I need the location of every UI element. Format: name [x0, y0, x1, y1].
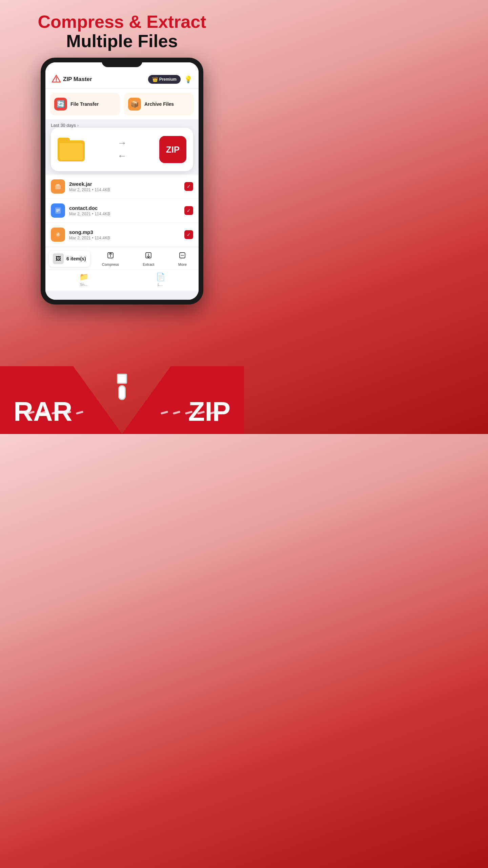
- chevron-right-icon: ›: [77, 123, 79, 128]
- file-transfer-tile[interactable]: 🔄 File Transfer: [50, 93, 120, 115]
- mp3-file-icon: [51, 228, 65, 242]
- compress-button[interactable]: Compress: [102, 251, 119, 267]
- rar-text: RAR: [14, 396, 72, 427]
- selected-info: 🖼 6 item(s): [49, 251, 90, 267]
- svg-point-18: [183, 255, 184, 256]
- compress-label: Compress: [102, 262, 119, 267]
- toolbar-actions: Compress Extract: [90, 251, 199, 267]
- hero-title-line2: Multiple Files: [14, 32, 230, 51]
- nav-folder-icon: 📁: [79, 273, 88, 281]
- svg-rect-4: [56, 184, 60, 185]
- hero-title-line1: Compress & Extract: [14, 12, 230, 32]
- hero-header: Compress & Extract Multiple Files: [0, 0, 244, 58]
- svg-point-10: [57, 234, 59, 236]
- checkbox-checked[interactable]: ✓: [184, 206, 193, 215]
- file-info: song.mp3 Mar 2, 2021 • 114.4KB: [69, 229, 180, 240]
- bottom-nav: 📁 Sn... 📄 L...: [45, 270, 199, 291]
- jar-file-icon: [51, 179, 65, 194]
- bottom-branding: RAR ZIP: [0, 373, 244, 434]
- checkbox-checked[interactable]: ✓: [184, 230, 193, 239]
- zip-box: ZIP: [159, 136, 186, 163]
- checkbox-checked[interactable]: ✓: [184, 182, 193, 191]
- nav-item-local[interactable]: 📄 L...: [156, 273, 165, 287]
- header-right: 👑 Premium 💡: [148, 75, 192, 84]
- file-transfer-label: File Transfer: [70, 101, 99, 107]
- file-list: 2week.jar Mar 2, 2021 • 114.4KB ✓: [45, 175, 199, 247]
- table-row[interactable]: song.mp3 Mar 2, 2021 • 114.4KB ✓: [45, 223, 199, 247]
- period-label: Last 30 days: [51, 123, 76, 128]
- file-info: contact.doc Mar 2, 2021 • 114.4KB: [69, 205, 180, 216]
- phone-screen: ZIP Master 👑 Premium 💡 🔄 File Trans: [45, 62, 199, 300]
- premium-badge[interactable]: 👑 Premium: [148, 75, 181, 84]
- archive-label: Archive Files: [144, 101, 174, 107]
- premium-label: Premium: [159, 77, 177, 82]
- app-name-label: ZIP Master: [63, 76, 92, 83]
- file-name: contact.doc: [69, 205, 180, 211]
- file-meta: Mar 2, 2021 • 114.4KB: [69, 212, 180, 216]
- convert-arrows: → ←: [117, 138, 127, 161]
- logo-icon: [52, 75, 61, 84]
- folder-icon: [58, 138, 85, 161]
- extract-label: Extract: [143, 262, 154, 267]
- file-name: song.mp3: [69, 229, 180, 235]
- archive-icon: 📦: [128, 98, 141, 111]
- selected-count: 6 item(s): [66, 256, 86, 261]
- arrow-right-icon: →: [117, 138, 127, 149]
- table-row[interactable]: 2week.jar Mar 2, 2021 • 114.4KB ✓: [45, 175, 199, 199]
- zip-bottom-text: ZIP: [188, 396, 230, 427]
- more-icon: [178, 251, 186, 261]
- more-label: More: [178, 262, 187, 267]
- app-logo: ZIP Master: [52, 75, 92, 84]
- crown-icon: 👑: [152, 77, 158, 82]
- extract-icon: [144, 251, 152, 261]
- selection-thumbnail: 🖼: [53, 253, 64, 264]
- more-button[interactable]: More: [178, 251, 187, 267]
- file-info: 2week.jar Mar 2, 2021 • 114.4KB: [69, 181, 180, 192]
- phone-shell: ZIP Master 👑 Premium 💡 🔄 File Trans: [41, 58, 203, 304]
- nav-snap-label: Sn...: [80, 282, 88, 287]
- bottom-toolbar: 🖼 6 item(s) Compr: [45, 247, 199, 270]
- bulb-icon[interactable]: 💡: [184, 75, 192, 83]
- zip-label: ZIP: [166, 144, 180, 155]
- nav-local-label: L...: [158, 282, 163, 287]
- file-name: 2week.jar: [69, 181, 180, 187]
- phone-notch: [102, 58, 142, 67]
- svg-point-17: [182, 255, 183, 256]
- table-row[interactable]: contact.doc Mar 2, 2021 • 114.4KB ✓: [45, 199, 199, 223]
- svg-rect-3: [55, 185, 61, 189]
- compress-icon: [106, 251, 115, 261]
- overlap-section: → ← ZIP: [45, 128, 199, 171]
- file-transfer-icon: 🔄: [54, 98, 67, 111]
- quick-actions: 🔄 File Transfer 📦 Archive Files: [45, 89, 199, 119]
- extract-button[interactable]: Extract: [143, 251, 154, 267]
- svg-point-2: [56, 81, 57, 82]
- arrow-left-icon: ←: [117, 151, 127, 161]
- svg-point-16: [181, 255, 182, 256]
- convert-card: → ← ZIP: [51, 128, 193, 171]
- file-meta: Mar 2, 2021 • 114.4KB: [69, 188, 180, 192]
- archive-files-tile[interactable]: 📦 Archive Files: [124, 93, 194, 115]
- phone-mockup: ZIP Master 👑 Premium 💡 🔄 File Trans: [41, 58, 203, 304]
- doc-file-icon: [51, 203, 65, 218]
- nav-item-snap[interactable]: 📁 Sn...: [79, 273, 88, 287]
- nav-file-icon: 📄: [156, 273, 165, 281]
- file-meta: Mar 2, 2021 • 114.4KB: [69, 236, 180, 240]
